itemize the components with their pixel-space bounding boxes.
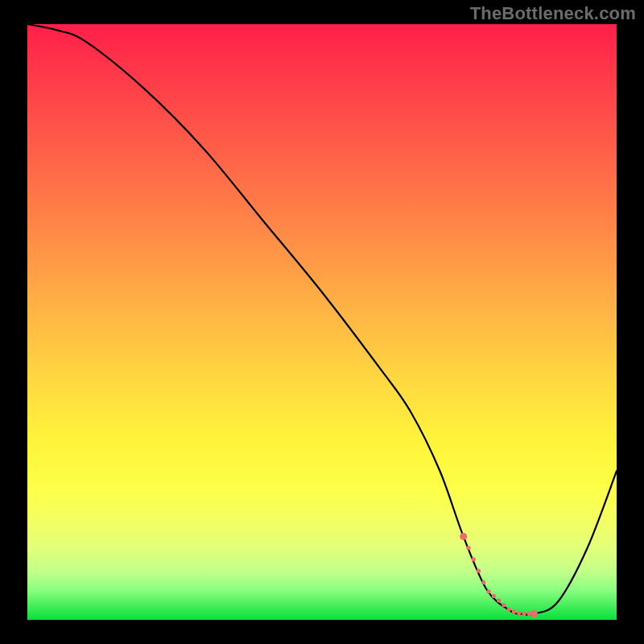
flat-region-dot xyxy=(481,580,485,584)
flat-region-dot xyxy=(472,557,476,561)
flat-region-dot xyxy=(492,594,496,598)
chart-container: TheBottleneck.com xyxy=(0,0,644,644)
flat-region-dot xyxy=(507,607,511,611)
flat-region-dot xyxy=(466,546,470,550)
flat-region-dot xyxy=(512,609,516,613)
flat-region-dot xyxy=(486,589,490,593)
flat-region-dot xyxy=(460,533,467,540)
flat-region-dot xyxy=(522,612,526,616)
watermark-text: TheBottleneck.com xyxy=(470,3,636,24)
plot-area xyxy=(27,24,617,620)
flat-region-dot xyxy=(502,603,506,607)
flat-region-dot xyxy=(517,611,521,615)
flat-region-dot xyxy=(530,610,538,617)
bottleneck-curve-path xyxy=(27,24,617,615)
flat-region-markers xyxy=(460,533,538,617)
flat-region-dot xyxy=(477,569,481,573)
curve-svg xyxy=(27,24,617,620)
flat-region-dot xyxy=(497,598,501,602)
